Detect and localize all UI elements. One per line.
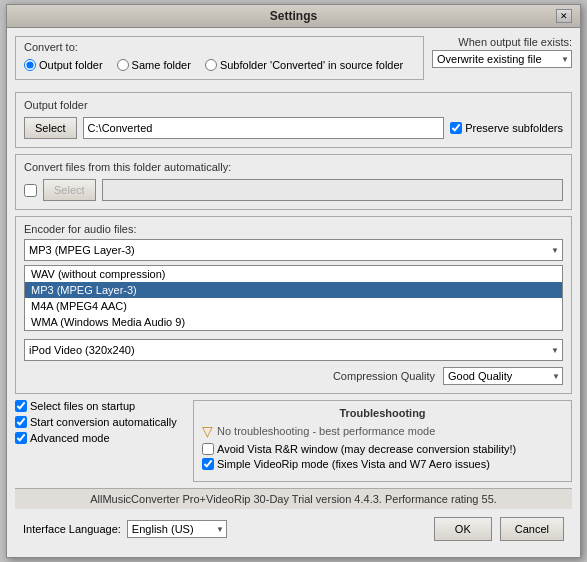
- output-folder-input[interactable]: [83, 117, 445, 139]
- settings-window: Settings ✕ Convert to: Output folder Sam…: [6, 4, 581, 558]
- troubleshooting-group: Troubleshooting ▽ No troubleshooting - b…: [193, 400, 572, 482]
- radio-same-folder[interactable]: Same folder: [117, 59, 191, 71]
- language-select[interactable]: English (US) German French: [127, 520, 227, 538]
- bottom-row: Interface Language: English (US) German …: [15, 513, 572, 549]
- window-title: Settings: [31, 9, 556, 23]
- video-encoder-dropdown[interactable]: iPod Video (320x240) AVI MP4: [24, 339, 563, 361]
- no-troubleshoot-row: ▽ No troubleshooting - best performance …: [202, 423, 563, 439]
- auto-convert-input: [102, 179, 563, 201]
- cancel-button[interactable]: Cancel: [500, 517, 564, 541]
- advanced-mode-checkbox[interactable]: Advanced mode: [15, 432, 185, 444]
- close-button[interactable]: ✕: [556, 9, 572, 23]
- simple-videorip-checkbox[interactable]: Simple VideoRip mode (fixes Vista and W7…: [202, 458, 490, 470]
- compression-row: Compression Quality Good Quality Best Qu…: [24, 367, 563, 385]
- preserve-subfolders-checkbox[interactable]: Preserve subfolders: [450, 122, 563, 134]
- no-troubleshoot-text: No troubleshooting - best performance mo…: [217, 425, 435, 437]
- output-folder-select-button[interactable]: Select: [24, 117, 77, 139]
- convert-to-label: Convert to:: [24, 41, 415, 53]
- when-output-select[interactable]: Overwrite existing file Skip existing fi…: [432, 50, 572, 68]
- encoder-list-item-mp3[interactable]: MP3 (MPEG Layer-3): [25, 282, 562, 298]
- encoder-label: Encoder for audio files:: [24, 223, 563, 235]
- auto-convert-group: Convert files from this folder automatic…: [15, 154, 572, 210]
- encoder-listbox: WAV (without compression) MP3 (MPEG Laye…: [24, 265, 563, 331]
- when-output-label: When output file exists:: [458, 36, 572, 48]
- video-encoder-row: iPod Video (320x240) AVI MP4: [24, 339, 563, 361]
- when-output-group: When output file exists: Overwrite exist…: [432, 36, 572, 68]
- encoder-dropdown[interactable]: MP3 (MPEG Layer-3) WAV (without compress…: [24, 239, 563, 261]
- radio-output-folder[interactable]: Output folder: [24, 59, 103, 71]
- language-row: Interface Language: English (US) German …: [23, 520, 227, 538]
- when-output-select-wrapper: Overwrite existing file Skip existing fi…: [432, 50, 572, 68]
- auto-convert-label: Convert files from this folder automatic…: [24, 161, 563, 173]
- ok-button[interactable]: OK: [434, 517, 492, 541]
- title-controls: ✕: [556, 9, 572, 23]
- main-content: Convert to: Output folder Same folder Su…: [7, 28, 580, 557]
- video-encoder-wrapper: iPod Video (320x240) AVI MP4: [24, 339, 563, 361]
- language-select-wrapper: English (US) German French: [127, 520, 227, 538]
- radio-row: Output folder Same folder Subfolder 'Con…: [24, 59, 415, 71]
- auto-convert-row: Select: [24, 179, 563, 201]
- encoder-list-item-wma[interactable]: WMA (Windows Media Audio 9): [25, 314, 562, 330]
- encoder-dropdown-wrapper: MP3 (MPEG Layer-3) WAV (without compress…: [24, 239, 563, 261]
- output-folder-row: Select Preserve subfolders: [24, 117, 563, 139]
- title-bar: Settings ✕: [7, 5, 580, 28]
- left-checkboxes: Select files on startup Start conversion…: [15, 400, 185, 482]
- status-bar: AllMusicConverter Pro+VideoRip 30-Day Tr…: [15, 488, 572, 509]
- output-folder-label: Output folder: [24, 99, 563, 111]
- status-text: AllMusicConverter Pro+VideoRip 30-Day Tr…: [90, 493, 497, 505]
- warning-icon: ▽: [202, 423, 213, 439]
- radio-subfolder[interactable]: Subfolder 'Converted' in source folder: [205, 59, 403, 71]
- compression-select[interactable]: Good Quality Best Quality Standard Quali…: [443, 367, 563, 385]
- auto-convert-checkbox[interactable]: [24, 184, 37, 197]
- encoder-group: Encoder for audio files: MP3 (MPEG Layer…: [15, 216, 572, 394]
- avoid-vista-checkbox[interactable]: Avoid Vista R&R window (may decrease con…: [202, 443, 516, 455]
- language-label: Interface Language:: [23, 523, 121, 535]
- bottom-section: Select files on startup Start conversion…: [15, 400, 572, 482]
- select-on-startup-checkbox[interactable]: Select files on startup: [15, 400, 185, 412]
- output-folder-group: Output folder Select Preserve subfolders: [15, 92, 572, 148]
- convert-to-group: Convert to: Output folder Same folder Su…: [15, 36, 424, 80]
- ok-cancel-buttons: OK Cancel: [434, 517, 564, 541]
- encoder-list-item-wav[interactable]: WAV (without compression): [25, 266, 562, 282]
- troubleshooting-title: Troubleshooting: [202, 407, 563, 419]
- avoid-vista-row: Avoid Vista R&R window (may decrease con…: [202, 443, 563, 455]
- start-auto-checkbox[interactable]: Start conversion automatically: [15, 416, 185, 428]
- compression-select-wrapper: Good Quality Best Quality Standard Quali…: [443, 367, 563, 385]
- encoder-list-item-m4a[interactable]: M4A (MPEG4 AAC): [25, 298, 562, 314]
- auto-convert-select-button: Select: [43, 179, 96, 201]
- compression-label: Compression Quality: [333, 370, 435, 382]
- simple-videorip-row: Simple VideoRip mode (fixes Vista and W7…: [202, 458, 563, 470]
